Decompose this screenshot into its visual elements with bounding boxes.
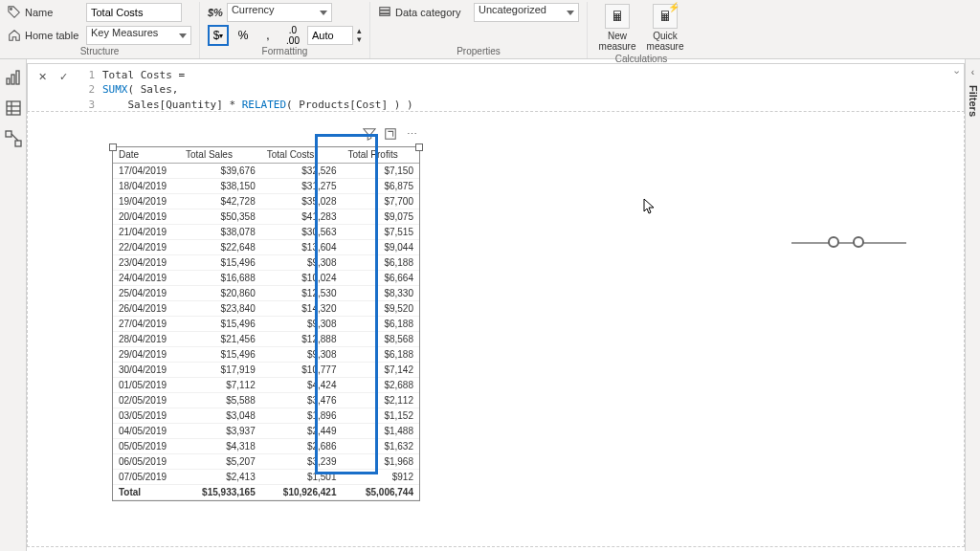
table-row[interactable]: 06/05/2019$5,207$3,239$1,968 — [113, 453, 419, 469]
format-select[interactable]: Currency — [227, 3, 332, 22]
structure-group-label: Structure — [80, 46, 120, 58]
svg-rect-5 — [11, 75, 14, 84]
svg-rect-14 — [386, 129, 396, 140]
svg-rect-12 — [15, 141, 21, 146]
filters-pane-collapsed[interactable]: ‹ Filters — [965, 59, 980, 551]
ribbon-group-structure: Name Home table Key Measures Structure — [0, 2, 200, 58]
total-row: Total$15,933,165$10,926,421$5,006,744 — [113, 484, 419, 499]
formatting-group-label: Formatting — [262, 46, 308, 58]
model-view-icon[interactable] — [5, 130, 22, 147]
svg-rect-1 — [380, 8, 390, 11]
table-visual[interactable]: ⋯ DateTotal SalesTotal CostsTotal Profit… — [112, 146, 420, 501]
quick-calc-icon: 🖩⚡ — [653, 4, 678, 29]
quick-measure-button[interactable]: 🖩⚡ Quick measure — [643, 2, 687, 54]
table-row[interactable]: 07/05/2019$2,413$1,501$912 — [113, 469, 419, 484]
data-category-icon — [378, 5, 391, 20]
table-row[interactable]: 19/04/2019$42,728$35,028$7,700 — [113, 193, 419, 209]
table-row[interactable]: 20/04/2019$50,358$41,283$9,075 — [113, 209, 419, 224]
column-header[interactable]: Total Costs — [261, 147, 343, 163]
filter-icon[interactable] — [362, 126, 377, 142]
decimal-button[interactable]: .0.00 — [282, 25, 303, 46]
table-row[interactable]: 01/05/2019$7,112$4,424$2,688 — [113, 377, 419, 392]
decimal-places-input[interactable] — [307, 26, 353, 45]
svg-rect-11 — [6, 131, 11, 137]
data-table: DateTotal SalesTotal CostsTotal Profits … — [113, 147, 419, 500]
formula-cancel-button[interactable]: ✕ — [33, 68, 51, 85]
name-label: Name — [25, 7, 82, 18]
chevron-left-icon[interactable]: ‹ — [971, 67, 974, 77]
svg-point-0 — [11, 9, 12, 11]
table-row[interactable]: 30/04/2019$17,919$10,777$7,142 — [113, 362, 419, 377]
table-row[interactable]: 25/04/2019$20,860$12,530$8,330 — [113, 285, 419, 300]
formula-bar: ✕ ✓ 1Total Costs = 2SUMX( Sales, 3 Sales… — [27, 63, 965, 117]
svg-rect-3 — [380, 14, 390, 16]
report-view-icon[interactable] — [5, 69, 22, 86]
view-rail — [0, 59, 27, 551]
data-category-select[interactable]: Uncategorized — [474, 3, 579, 22]
more-options-icon[interactable]: ⋯ — [404, 126, 419, 142]
new-measure-button[interactable]: 🖩 New measure — [595, 2, 639, 54]
column-header[interactable]: Total Profits — [342, 147, 419, 163]
table-row[interactable]: 03/05/2019$3,048$1,896$1,152 — [113, 408, 419, 423]
calculator-icon: 🖩 — [605, 4, 630, 29]
column-header[interactable]: Total Sales — [180, 147, 261, 163]
ribbon-group-calculations: 🖩 New measure 🖩⚡ Quick measure Calculati… — [588, 2, 695, 58]
table-row[interactable]: 18/04/2019$38,150$31,275$6,875 — [113, 178, 419, 193]
table-row[interactable]: 04/05/2019$3,937$2,449$1,488 — [113, 423, 419, 438]
focus-icon[interactable] — [383, 126, 398, 142]
report-canvas[interactable]: ⋯ DateTotal SalesTotal CostsTotal Profit… — [27, 111, 965, 547]
ribbon-group-formatting: $% Currency $▾ % , .0.00 ▴▾ Formatting — [200, 2, 370, 58]
formula-editor[interactable]: 1Total Costs = 2SUMX( Sales, 3 Sales[Qua… — [78, 64, 948, 116]
home-icon — [8, 29, 21, 42]
svg-rect-4 — [7, 78, 10, 84]
zoom-slider[interactable] — [791, 225, 906, 253]
stepper-icon[interactable]: ▴▾ — [357, 27, 362, 44]
percent-button[interactable]: % — [233, 25, 254, 46]
table-row[interactable]: 28/04/2019$21,456$12,888$8,568 — [113, 331, 419, 346]
svg-line-13 — [11, 134, 18, 141]
svg-rect-2 — [380, 11, 390, 13]
data-view-icon[interactable] — [5, 99, 22, 117]
table-row[interactable]: 26/04/2019$23,840$14,320$9,520 — [113, 300, 419, 316]
properties-group-label: Properties — [457, 46, 501, 58]
table-row[interactable]: 24/04/2019$16,688$10,024$6,664 — [113, 270, 419, 285]
svg-rect-7 — [7, 101, 20, 115]
home-table-label: Home table — [25, 30, 82, 41]
table-row[interactable]: 23/04/2019$15,496$9,308$6,188 — [113, 254, 419, 270]
format-icon: $% — [208, 7, 223, 18]
home-table-select[interactable]: Key Measures — [86, 26, 191, 45]
formula-commit-button[interactable]: ✓ — [55, 68, 72, 85]
formula-expand-button[interactable]: ⌄ — [948, 64, 964, 77]
table-row[interactable]: 27/04/2019$15,496$9,308$6,188 — [113, 316, 419, 331]
data-category-label: Data category — [395, 7, 470, 18]
column-header[interactable]: Date — [113, 147, 180, 163]
table-row[interactable]: 05/05/2019$4,318$2,686$1,632 — [113, 438, 419, 453]
name-input[interactable] — [86, 3, 182, 22]
ribbon: Name Home table Key Measures Structure $… — [0, 0, 980, 59]
table-row[interactable]: 17/04/2019$39,676$32,526$7,150 — [113, 163, 419, 178]
table-row[interactable]: 29/04/2019$15,496$9,308$6,188 — [113, 346, 419, 362]
filters-label: Filters — [968, 85, 979, 117]
table-row[interactable]: 22/04/2019$22,648$13,604$9,044 — [113, 239, 419, 254]
currency-button[interactable]: $▾ — [208, 25, 229, 46]
ribbon-group-properties: Data category Uncategorized Properties — [370, 2, 588, 58]
comma-button[interactable]: , — [257, 25, 278, 46]
table-row[interactable]: 02/05/2019$5,588$3,476$2,112 — [113, 392, 419, 408]
tag-icon — [8, 6, 21, 19]
svg-rect-6 — [16, 71, 19, 84]
table-row[interactable]: 21/04/2019$38,078$30,563$7,515 — [113, 224, 419, 239]
